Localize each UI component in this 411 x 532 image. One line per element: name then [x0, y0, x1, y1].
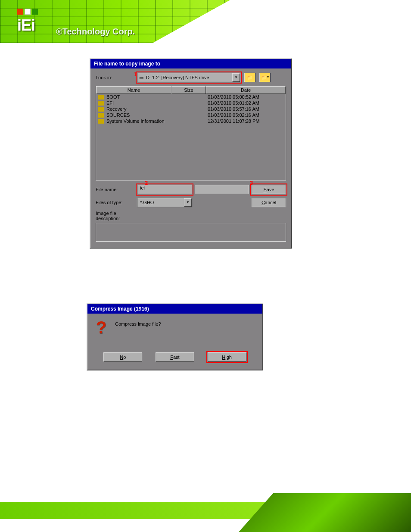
- logo-sq-white: [25, 9, 31, 15]
- logo: iEi: [17, 9, 38, 34]
- logo-text: iEi: [17, 16, 38, 34]
- compress-question: Compress image file?: [115, 320, 161, 327]
- folder-icon: [98, 101, 104, 106]
- compress-title: Compress Image (1916): [87, 304, 262, 314]
- col-size[interactable]: Size: [171, 86, 206, 94]
- file-list[interactable]: Name Size Date BOOT01/03/2010 05:00:52 A…: [96, 86, 286, 180]
- no-button[interactable]: No: [103, 352, 142, 362]
- annotation-1: 1: [134, 71, 137, 78]
- files-type-value: *.GHO: [137, 200, 184, 205]
- logo-tagline: ®Technology Corp.: [56, 27, 135, 37]
- look-in-value: D: 1.2: [Recovery] NTFS drive: [143, 75, 232, 80]
- annotation-2: 2: [145, 180, 148, 186]
- new-folder-button[interactable]: 📁*: [259, 73, 271, 82]
- logo-sq-red: [17, 9, 23, 15]
- folder-icon: [98, 113, 104, 118]
- col-name[interactable]: Name: [96, 86, 171, 94]
- logo-sq-green: [32, 9, 38, 15]
- file-row[interactable]: EFI01/03/2010 05:01:02 AM: [96, 100, 286, 106]
- file-row[interactable]: Recovery01/03/2010 05:57:16 AM: [96, 106, 286, 112]
- folder-icon: [98, 95, 104, 100]
- file-name-input[interactable]: iei: [137, 185, 192, 194]
- chevron-down-icon[interactable]: ▼: [184, 198, 192, 207]
- page-header-banner: [0, 0, 411, 43]
- cancel-button[interactable]: Cancel: [252, 198, 286, 207]
- description-input[interactable]: [96, 223, 286, 242]
- look-in-label: Look in:: [96, 75, 134, 80]
- file-row[interactable]: System Volume Information12/31/2001 11:0…: [96, 118, 286, 124]
- file-name-label: File name:: [96, 187, 134, 192]
- page-footer-banner: [0, 489, 411, 532]
- file-row[interactable]: SOURCES01/03/2010 05:02:16 AM: [96, 112, 286, 118]
- footer-circuit: [239, 493, 411, 532]
- list-header: Name Size Date: [96, 86, 286, 94]
- folder-icon: [98, 107, 104, 112]
- dialog-title: File name to copy image to: [90, 59, 291, 68]
- folder-icon: [98, 119, 104, 124]
- annotation-3: 3: [250, 180, 253, 186]
- file-name-input-ext[interactable]: [195, 185, 249, 194]
- save-button[interactable]: Save: [252, 185, 286, 194]
- up-folder-button[interactable]: 📁: [244, 73, 255, 82]
- compress-dialog: Compress Image (1916) ? Compress image f…: [87, 303, 263, 370]
- file-row[interactable]: BOOT01/03/2010 05:00:52 AM: [96, 94, 286, 100]
- desc-label: Image file description:: [96, 211, 134, 221]
- chevron-down-icon[interactable]: ▼: [232, 73, 240, 82]
- file-name-dialog: File name to copy image to 1 Look in: ▭ …: [90, 58, 292, 249]
- col-date[interactable]: Date: [206, 86, 286, 94]
- drive-icon: ▭: [139, 75, 143, 81]
- high-button[interactable]: High: [208, 352, 246, 362]
- question-icon: ?: [93, 320, 109, 335]
- fast-button[interactable]: Fast: [156, 352, 194, 362]
- files-type-label: Files of type:: [96, 200, 134, 205]
- look-in-dropdown[interactable]: ▭ D: 1.2: [Recovery] NTFS drive ▼: [137, 73, 240, 82]
- files-type-dropdown[interactable]: *.GHO ▼: [137, 198, 192, 207]
